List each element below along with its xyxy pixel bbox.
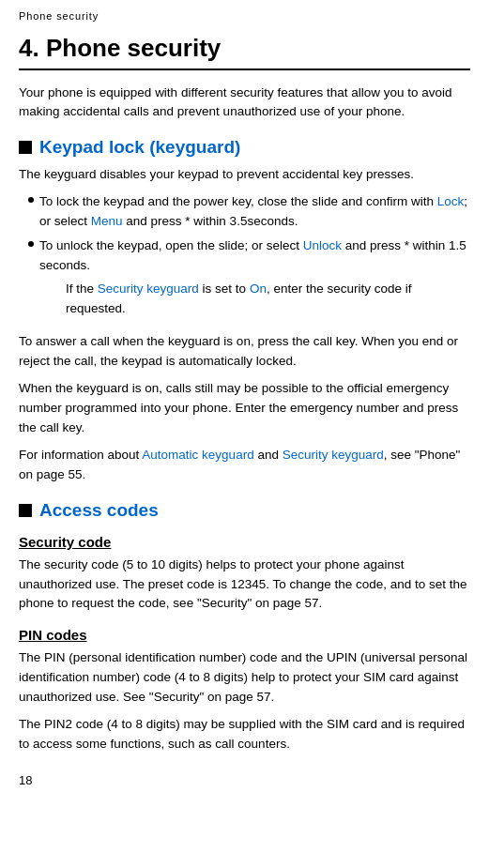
header-bar: Phone security xyxy=(0,0,489,26)
pin-codes-para-2: The PIN2 code (4 to 8 digits) may be sup… xyxy=(19,715,470,754)
security-code-title: Security code xyxy=(19,534,470,550)
keypad-para-1: To answer a call when the keyguard is on… xyxy=(19,332,470,372)
pin-codes-title: PIN codes xyxy=(19,627,470,643)
header-label: Phone security xyxy=(19,10,99,22)
indented-note: If the Security keyguard is set to On, e… xyxy=(66,280,470,319)
link-automatic-keyguard: Automatic keyguard xyxy=(142,448,253,462)
security-code-text: The security code (5 to 10 digits) helps… xyxy=(19,556,470,615)
section-access-codes: Access codes xyxy=(19,500,470,521)
page-content: 4. Phone security Your phone is equipped… xyxy=(0,26,489,806)
section-icon xyxy=(19,504,32,517)
link-security-keyguard-2: Security keyguard xyxy=(283,448,384,462)
link-menu: Menu xyxy=(91,214,123,228)
bullet-text-2: To unlock the keypad, open the slide; or… xyxy=(39,236,470,325)
page-number: 18 xyxy=(19,773,470,787)
pin-codes-para-1: The PIN (personal identification number)… xyxy=(19,648,470,708)
link-lock: Lock xyxy=(437,194,465,208)
keypad-para-2: When the keyguard is on, calls still may… xyxy=(19,379,470,438)
bullet-dot xyxy=(28,197,34,203)
section-keypad-lock: Keypad lock (keyguard) xyxy=(19,137,470,158)
bullet-dot xyxy=(28,241,34,247)
keypad-intro: The keyguard disables your keypad to pre… xyxy=(19,165,470,185)
bullet-item: To unlock the keypad, open the slide; or… xyxy=(28,236,470,325)
link-unlock: Unlock xyxy=(303,238,342,252)
section-heading-text: Access codes xyxy=(39,500,159,521)
keypad-bullet-list: To lock the keypad and the power key, cl… xyxy=(28,192,470,326)
link-on: On xyxy=(250,282,267,296)
section-heading-text: Keypad lock (keyguard) xyxy=(39,137,240,158)
bullet-text-1: To lock the keypad and the power key, cl… xyxy=(39,192,470,232)
section-icon xyxy=(19,141,32,154)
chapter-title: 4. Phone security xyxy=(19,34,470,70)
keypad-para-3: For information about Automatic keyguard… xyxy=(19,446,470,485)
intro-text: Your phone is equipped with different se… xyxy=(19,84,470,122)
bullet-item: To lock the keypad and the power key, cl… xyxy=(28,192,470,232)
link-security-keyguard-1: Security keyguard xyxy=(98,282,199,296)
